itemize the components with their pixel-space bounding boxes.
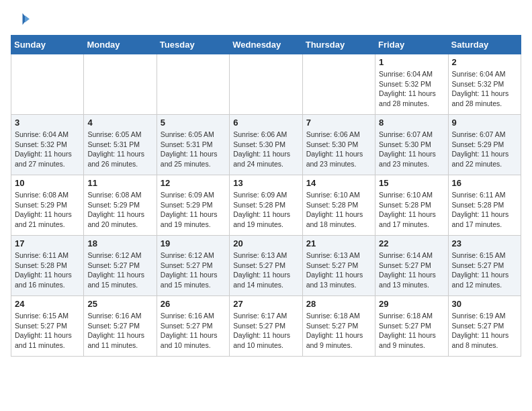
day-header-tuesday: Tuesday xyxy=(157,36,229,54)
day-info: Sunrise: 6:04 AM Sunset: 5:32 PM Dayligh… xyxy=(452,69,517,109)
calendar-cell: 17Sunrise: 6:11 AM Sunset: 5:28 PM Dayli… xyxy=(11,236,84,296)
day-info: Sunrise: 6:08 AM Sunset: 5:29 PM Dayligh… xyxy=(87,190,152,230)
day-info: Sunrise: 6:07 AM Sunset: 5:29 PM Dayligh… xyxy=(452,130,517,169)
day-number: 29 xyxy=(379,299,444,309)
logo-icon xyxy=(11,11,30,30)
calendar-cell: 24Sunrise: 6:15 AM Sunset: 5:27 PM Dayli… xyxy=(11,296,84,357)
calendar-cell: 5Sunrise: 6:05 AM Sunset: 5:31 PM Daylig… xyxy=(157,115,229,175)
day-number: 8 xyxy=(379,118,444,128)
day-number: 1 xyxy=(379,57,444,67)
day-number: 25 xyxy=(87,299,152,309)
day-number: 24 xyxy=(15,299,80,309)
logo xyxy=(11,11,32,30)
day-number: 19 xyxy=(161,238,226,248)
day-info: Sunrise: 6:05 AM Sunset: 5:31 PM Dayligh… xyxy=(161,130,226,169)
day-header-thursday: Thursday xyxy=(302,36,375,54)
day-info: Sunrise: 6:12 AM Sunset: 5:27 PM Dayligh… xyxy=(161,250,226,290)
calendar-cell: 18Sunrise: 6:12 AM Sunset: 5:27 PM Dayli… xyxy=(84,236,157,296)
calendar-cell: 14Sunrise: 6:10 AM Sunset: 5:28 PM Dayli… xyxy=(302,175,375,236)
calendar-cell: 10Sunrise: 6:08 AM Sunset: 5:29 PM Dayli… xyxy=(11,175,84,236)
day-info: Sunrise: 6:17 AM Sunset: 5:27 PM Dayligh… xyxy=(233,311,298,351)
day-number: 20 xyxy=(233,238,298,248)
day-info: Sunrise: 6:09 AM Sunset: 5:29 PM Dayligh… xyxy=(161,190,226,230)
calendar-cell: 28Sunrise: 6:18 AM Sunset: 5:27 PM Dayli… xyxy=(302,296,375,357)
calendar-cell: 3Sunrise: 6:04 AM Sunset: 5:32 PM Daylig… xyxy=(11,115,84,175)
day-number: 17 xyxy=(15,238,80,248)
calendar-cell: 23Sunrise: 6:15 AM Sunset: 5:27 PM Dayli… xyxy=(448,236,521,296)
calendar-cell: 4Sunrise: 6:05 AM Sunset: 5:31 PM Daylig… xyxy=(84,115,157,175)
day-info: Sunrise: 6:14 AM Sunset: 5:27 PM Dayligh… xyxy=(379,250,444,290)
calendar-cell: 21Sunrise: 6:13 AM Sunset: 5:27 PM Dayli… xyxy=(302,236,375,296)
day-info: Sunrise: 6:15 AM Sunset: 5:27 PM Dayligh… xyxy=(452,250,517,290)
day-number: 27 xyxy=(233,299,298,309)
day-header-monday: Monday xyxy=(84,36,157,54)
day-number: 6 xyxy=(233,118,298,128)
day-number: 15 xyxy=(379,178,444,188)
day-number: 4 xyxy=(87,118,152,128)
day-header-wednesday: Wednesday xyxy=(230,36,302,54)
day-header-sunday: Sunday xyxy=(11,36,84,54)
day-info: Sunrise: 6:05 AM Sunset: 5:31 PM Dayligh… xyxy=(87,130,152,169)
day-info: Sunrise: 6:11 AM Sunset: 5:28 PM Dayligh… xyxy=(15,250,80,290)
day-number: 13 xyxy=(233,178,298,188)
svg-marker-2 xyxy=(25,15,30,23)
day-number: 9 xyxy=(452,118,517,128)
calendar-cell: 9Sunrise: 6:07 AM Sunset: 5:29 PM Daylig… xyxy=(448,115,521,175)
day-number: 12 xyxy=(161,178,226,188)
day-number: 16 xyxy=(452,178,517,188)
day-info: Sunrise: 6:13 AM Sunset: 5:27 PM Dayligh… xyxy=(306,250,371,290)
day-number: 26 xyxy=(161,299,226,309)
day-info: Sunrise: 6:10 AM Sunset: 5:28 PM Dayligh… xyxy=(379,190,444,230)
calendar-cell: 2Sunrise: 6:04 AM Sunset: 5:32 PM Daylig… xyxy=(448,54,521,115)
day-number: 7 xyxy=(306,118,371,128)
day-info: Sunrise: 6:18 AM Sunset: 5:27 PM Dayligh… xyxy=(306,311,371,351)
day-info: Sunrise: 6:19 AM Sunset: 5:27 PM Dayligh… xyxy=(452,311,517,351)
day-info: Sunrise: 6:09 AM Sunset: 5:28 PM Dayligh… xyxy=(233,190,298,230)
day-info: Sunrise: 6:04 AM Sunset: 5:32 PM Dayligh… xyxy=(379,69,444,109)
calendar-cell: 13Sunrise: 6:09 AM Sunset: 5:28 PM Dayli… xyxy=(230,175,302,236)
day-number: 2 xyxy=(452,57,517,67)
day-info: Sunrise: 6:16 AM Sunset: 5:27 PM Dayligh… xyxy=(87,311,152,351)
calendar-cell: 27Sunrise: 6:17 AM Sunset: 5:27 PM Dayli… xyxy=(230,296,302,357)
calendar-cell xyxy=(230,54,302,115)
day-info: Sunrise: 6:10 AM Sunset: 5:28 PM Dayligh… xyxy=(306,190,371,230)
day-info: Sunrise: 6:11 AM Sunset: 5:28 PM Dayligh… xyxy=(452,190,517,230)
calendar-cell: 7Sunrise: 6:06 AM Sunset: 5:30 PM Daylig… xyxy=(302,115,375,175)
day-number: 22 xyxy=(379,238,444,248)
day-number: 11 xyxy=(87,178,152,188)
calendar-cell xyxy=(302,54,375,115)
calendar-week-4: 17Sunrise: 6:11 AM Sunset: 5:28 PM Dayli… xyxy=(11,236,521,296)
calendar-cell: 19Sunrise: 6:12 AM Sunset: 5:27 PM Dayli… xyxy=(157,236,229,296)
calendar-cell: 16Sunrise: 6:11 AM Sunset: 5:28 PM Dayli… xyxy=(448,175,521,236)
day-number: 14 xyxy=(306,178,371,188)
day-info: Sunrise: 6:06 AM Sunset: 5:30 PM Dayligh… xyxy=(233,130,298,169)
calendar-cell: 1Sunrise: 6:04 AM Sunset: 5:32 PM Daylig… xyxy=(375,54,448,115)
calendar-week-5: 24Sunrise: 6:15 AM Sunset: 5:27 PM Dayli… xyxy=(11,296,521,357)
day-number: 28 xyxy=(306,299,371,309)
calendar-cell: 8Sunrise: 6:07 AM Sunset: 5:30 PM Daylig… xyxy=(375,115,448,175)
day-info: Sunrise: 6:08 AM Sunset: 5:29 PM Dayligh… xyxy=(15,190,80,230)
day-info: Sunrise: 6:12 AM Sunset: 5:27 PM Dayligh… xyxy=(87,250,152,290)
day-info: Sunrise: 6:07 AM Sunset: 5:30 PM Dayligh… xyxy=(379,130,444,169)
day-number: 10 xyxy=(15,178,80,188)
day-number: 21 xyxy=(306,238,371,248)
calendar-week-2: 3Sunrise: 6:04 AM Sunset: 5:32 PM Daylig… xyxy=(11,115,521,175)
day-info: Sunrise: 6:18 AM Sunset: 5:27 PM Dayligh… xyxy=(379,311,444,351)
calendar-cell: 11Sunrise: 6:08 AM Sunset: 5:29 PM Dayli… xyxy=(84,175,157,236)
calendar-cell xyxy=(11,54,84,115)
day-number: 30 xyxy=(452,299,517,309)
day-number: 3 xyxy=(15,118,80,128)
calendar-cell xyxy=(84,54,157,115)
day-info: Sunrise: 6:16 AM Sunset: 5:27 PM Dayligh… xyxy=(161,311,226,351)
calendar-week-1: 1Sunrise: 6:04 AM Sunset: 5:32 PM Daylig… xyxy=(11,54,521,115)
day-number: 23 xyxy=(452,238,517,248)
day-info: Sunrise: 6:15 AM Sunset: 5:27 PM Dayligh… xyxy=(15,311,80,351)
calendar-cell: 20Sunrise: 6:13 AM Sunset: 5:27 PM Dayli… xyxy=(230,236,302,296)
day-info: Sunrise: 6:04 AM Sunset: 5:32 PM Dayligh… xyxy=(15,130,80,169)
calendar-cell xyxy=(157,54,229,115)
calendar-header-row: SundayMondayTuesdayWednesdayThursdayFrid… xyxy=(11,36,521,54)
day-info: Sunrise: 6:13 AM Sunset: 5:27 PM Dayligh… xyxy=(233,250,298,290)
calendar-cell: 25Sunrise: 6:16 AM Sunset: 5:27 PM Dayli… xyxy=(84,296,157,357)
page-header xyxy=(11,11,521,30)
calendar-cell: 15Sunrise: 6:10 AM Sunset: 5:28 PM Dayli… xyxy=(375,175,448,236)
